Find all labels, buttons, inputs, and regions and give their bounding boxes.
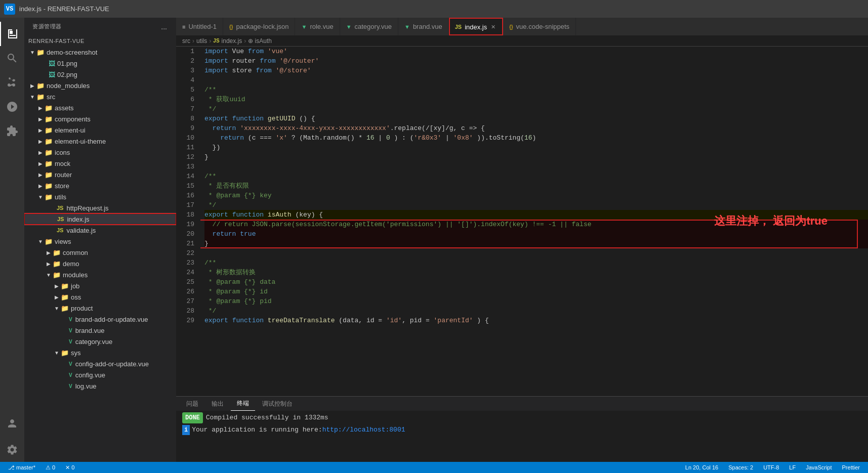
breadcrumb-indexjs[interactable]: index.js <box>222 37 242 45</box>
sidebar-item-node-modules[interactable]: ▶ 📁 node_modules <box>24 80 176 91</box>
tab-close-button[interactable]: ✕ <box>490 23 497 31</box>
code-line-7: */ <box>204 104 868 114</box>
folder-icon: 📁 <box>53 249 61 256</box>
panel-tab-output[interactable]: 输出 <box>205 397 230 411</box>
sidebar-item-brandvue[interactable]: V brand.vue <box>24 325 176 336</box>
expand-arrow: ▶ <box>36 139 45 144</box>
panel-tab-debug-console[interactable]: 调试控制台 <box>256 397 299 411</box>
tabs-bar: ≡ Untitled-1 {} package-lock.json ▼ role… <box>176 18 868 35</box>
tab-label: Untitled-1 <box>188 23 217 30</box>
sidebar-header: 资源管理器 ... <box>24 18 176 35</box>
tab-indexjs[interactable]: JS index.js ✕ <box>449 18 504 35</box>
sidebar-item-utils[interactable]: ▼ 📁 utils <box>24 191 176 202</box>
sidebar-item-mock[interactable]: ▶ 📁 mock <box>24 158 176 169</box>
breadcrumb-utils[interactable]: utils <box>196 37 207 45</box>
root-folder-label[interactable]: RENREN-FAST-VUE <box>24 35 176 47</box>
breadcrumb-sep1: › <box>192 37 194 45</box>
code-editor[interactable]: 1234567891011121314151617181920212223242… <box>176 47 868 396</box>
folder-icon: 📁 <box>45 182 53 190</box>
status-branch[interactable]: ⎇ master* <box>6 464 37 471</box>
sidebar-item-element-ui[interactable]: ▶ 📁 element-ui <box>24 124 176 136</box>
sidebar-item-router[interactable]: ▶ 📁 router <box>24 169 176 180</box>
code-content[interactable]: import Vue from 'vue'import router from … <box>200 47 868 396</box>
folder-icon: 📁 <box>45 115 53 123</box>
terminal-info-line: i Your application is running here: http… <box>182 425 862 435</box>
sidebar-item-categoryvue[interactable]: V category.vue <box>24 336 176 347</box>
sidebar-item-src[interactable]: ▼ 📁 src <box>24 91 176 102</box>
code-line-1: import Vue from 'vue' <box>204 47 868 56</box>
sidebar-more-actions[interactable]: ... <box>160 22 168 32</box>
folder-icon: 📁 <box>36 49 45 56</box>
tab-categoryvue[interactable]: ▼ category.vue <box>340 18 398 35</box>
sidebar-item-01png[interactable]: 🖼 01.png <box>24 58 176 69</box>
code-line-3: import store from '@/store' <box>204 66 868 75</box>
activity-item-account[interactable] <box>0 413 24 438</box>
activity-item-source-control[interactable] <box>0 70 24 95</box>
js-icon: JS <box>57 227 63 233</box>
sidebar-item-views[interactable]: ▼ 📁 views <box>24 236 176 247</box>
status-warnings[interactable]: ⚠ 0 <box>44 464 57 471</box>
status-cursor[interactable]: Ln 20, Col 16 <box>683 464 720 470</box>
status-language[interactable]: JavaScript <box>804 464 834 470</box>
breadcrumb-src[interactable]: src <box>182 37 190 45</box>
status-errors[interactable]: ✕ 0 <box>63 464 76 471</box>
activity-item-extensions[interactable] <box>0 119 24 143</box>
sidebar-item-components[interactable]: ▶ 📁 components <box>24 113 176 124</box>
tab-brandvue[interactable]: ▼ brand.vue <box>398 18 449 35</box>
code-line-28: */ <box>204 306 868 316</box>
activity-item-search[interactable] <box>0 46 24 70</box>
sidebar-item-store[interactable]: ▶ 📁 store <box>24 180 176 191</box>
main-layout: 资源管理器 ... RENREN-FAST-VUE ▼ 📁 demo-scree… <box>0 18 868 462</box>
sidebar-item-logvue[interactable]: V log.vue <box>24 380 176 392</box>
status-spaces[interactable]: Spaces: 2 <box>726 464 755 470</box>
svg-rect-2 <box>8 37 17 38</box>
code-line-22 <box>204 248 868 258</box>
code-line-10: return (c === 'x' ? (Math.random() * 16 … <box>204 133 868 143</box>
sidebar-item-product[interactable]: ▼ 📁 product <box>24 303 176 314</box>
status-line-ending[interactable]: LF <box>787 464 798 470</box>
code-line-27: * @param {*} pid <box>204 296 868 306</box>
status-bar: ⎇ master* ⚠ 0 ✕ 0 Ln 20, Col 16 Spaces: … <box>0 462 868 473</box>
sidebar-item-demo[interactable]: ▶ 📁 demo <box>24 258 176 269</box>
sidebar-item-icons[interactable]: ▶ 📁 icons <box>24 147 176 158</box>
sidebar-item-brand-add-or-update[interactable]: V brand-add-or-update.vue <box>24 314 176 325</box>
activity-item-explorer[interactable] <box>0 22 24 46</box>
sidebar-item-httprequest[interactable]: JS httpRequest.js <box>24 202 176 213</box>
code-line-14: /** <box>204 171 868 181</box>
folder-icon: 📁 <box>53 271 61 279</box>
tab-vue-code-snippets[interactable]: {} vue.code-snippets <box>503 18 576 35</box>
activity-item-debug[interactable] <box>0 95 24 119</box>
sidebar-item-common[interactable]: ▶ 📁 common <box>24 247 176 258</box>
sidebar-item-02png[interactable]: 🖼 02.png <box>24 69 176 80</box>
sidebar-item-job[interactable]: ▶ 📁 job <box>24 280 176 291</box>
sidebar-tree: RENREN-FAST-VUE ▼ 📁 demo-screenshot 🖼 01… <box>24 35 176 462</box>
panel-tab-terminal[interactable]: 终端 <box>231 397 255 411</box>
tab-rolevue[interactable]: ▼ role.vue <box>295 18 340 35</box>
activity-item-settings[interactable] <box>0 438 24 462</box>
sidebar-item-modules[interactable]: ▼ 📁 modules <box>24 269 176 280</box>
tab-label: index.js <box>465 23 487 31</box>
js-icon: JS <box>455 24 462 30</box>
tab-package-lock[interactable]: {} package-lock.json <box>223 18 295 35</box>
app-running-text: Your application is running here: <box>192 425 322 435</box>
sidebar-item-configvue[interactable]: V config.vue <box>24 369 176 380</box>
expand-arrow: ▶ <box>28 83 36 89</box>
sidebar-item-oss[interactable]: ▶ 📁 oss <box>24 291 176 303</box>
app-url: http://localhost:8001 <box>322 425 405 435</box>
sidebar-item-sys[interactable]: ▼ 📁 sys <box>24 347 176 358</box>
sidebar-item-indexjs[interactable]: JS index.js <box>24 213 176 225</box>
sidebar-item-assets[interactable]: ▶ 📁 assets <box>24 102 176 113</box>
breadcrumb-isauth[interactable]: ⊕ isAuth <box>248 37 272 45</box>
status-encoding[interactable]: UTF-8 <box>761 464 781 470</box>
panel-tab-problems[interactable]: 问题 <box>180 397 204 411</box>
vue-icon: V <box>69 328 72 333</box>
expand-arrow: ▶ <box>36 127 45 133</box>
code-line-2: import router from '@/router' <box>204 56 868 66</box>
sidebar-item-config-add-or-update[interactable]: V config-add-or-update.vue <box>24 358 176 369</box>
sidebar-item-validatejs[interactable]: JS validate.js <box>24 225 176 236</box>
sidebar-item-demo-screenshot[interactable]: ▼ 📁 demo-screenshot <box>24 47 176 58</box>
code-line-29: export function treeDataTranslate (data,… <box>204 316 868 325</box>
tab-untitled1[interactable]: ≡ Untitled-1 <box>176 18 223 35</box>
sidebar-item-element-ui-theme[interactable]: ▶ 📁 element-ui-theme <box>24 136 176 147</box>
status-formatter[interactable]: Prettier <box>840 464 862 470</box>
